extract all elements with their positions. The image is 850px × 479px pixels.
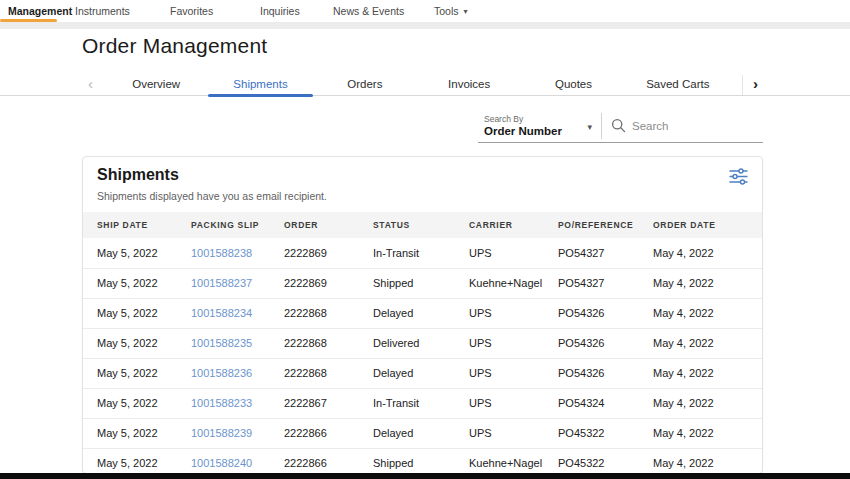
status-cell: In-Transit: [359, 238, 455, 268]
packing-slip-cell: 1001588240: [177, 448, 270, 474]
order-cell: 2222866: [270, 448, 359, 474]
order-cell: 2222869: [270, 238, 359, 268]
tabs-list: Overview Shipments Orders Invoices Quote…: [104, 74, 730, 96]
order-date-cell: May 4, 2022: [639, 388, 762, 418]
order-date-cell: May 4, 2022: [639, 418, 762, 448]
ship-date-cell: May 5, 2022: [83, 388, 177, 418]
ship-date-cell: May 5, 2022: [83, 268, 177, 298]
search-bar: Search By Order Number ▾: [478, 109, 763, 143]
po-reference-cell: PO54327: [544, 268, 639, 298]
packing-slip-link[interactable]: 1001588238: [191, 247, 252, 259]
top-navigation: Management Instruments Favorites Inquiri…: [0, 0, 850, 22]
order-cell: 2222868: [270, 328, 359, 358]
order-cell: 2222868: [270, 358, 359, 388]
tab-shipments[interactable]: Shipments: [208, 74, 312, 96]
packing-slip-cell: 1001588238: [177, 238, 270, 268]
bottom-screen-edge-bar: [0, 473, 850, 479]
page-title: Order Management: [82, 34, 267, 58]
section-title: Shipments: [97, 166, 179, 184]
shipments-card: Shipments Shipments displayed have you a…: [82, 156, 763, 474]
nav-item-instruments[interactable]: Instruments: [75, 0, 130, 22]
table-row: May 5, 2022 1001588237 2222869 Shipped K…: [83, 268, 762, 298]
order-cell: 2222869: [270, 268, 359, 298]
table-row: May 5, 2022 1001588239 2222866 Delayed U…: [83, 418, 762, 448]
status-cell: Shipped: [359, 268, 455, 298]
ship-date-cell: May 5, 2022: [83, 358, 177, 388]
order-date-cell: May 4, 2022: [639, 268, 762, 298]
packing-slip-cell: 1001588233: [177, 388, 270, 418]
ship-date-cell: May 5, 2022: [83, 448, 177, 474]
tab-saved-carts[interactable]: Saved Carts: [626, 74, 730, 96]
packing-slip-link[interactable]: 1001588234: [191, 307, 252, 319]
nav-item-inquiries[interactable]: Inquiries: [260, 0, 300, 22]
order-cell: 2222868: [270, 298, 359, 328]
tab-overview[interactable]: Overview: [104, 74, 208, 96]
header-packing-slip: PACKING SLIP: [177, 212, 270, 238]
header-carrier: CARRIER: [455, 212, 544, 238]
nav-item-tools[interactable]: Tools▾: [434, 0, 468, 22]
search-by-selected-value: Order Number: [484, 125, 601, 137]
table-body: May 5, 2022 1001588238 2222869 In-Transi…: [83, 238, 762, 474]
filter-sliders-icon: [729, 168, 748, 185]
header-po-reference: PO/REFERENCE: [544, 212, 639, 238]
search-box: [602, 118, 763, 133]
packing-slip-link[interactable]: 1001588233: [191, 397, 252, 409]
packing-slip-link[interactable]: 1001588236: [191, 367, 252, 379]
caret-down-icon: ▾: [464, 7, 468, 16]
filter-button[interactable]: [729, 168, 749, 186]
carrier-cell: UPS: [455, 388, 544, 418]
tab-invoices[interactable]: Invoices: [417, 74, 521, 96]
packing-slip-link[interactable]: 1001588235: [191, 337, 252, 349]
carrier-cell: UPS: [455, 238, 544, 268]
order-date-cell: May 4, 2022: [639, 328, 762, 358]
po-reference-cell: PO54326: [544, 298, 639, 328]
po-reference-cell: PO54324: [544, 388, 639, 418]
carrier-cell: UPS: [455, 328, 544, 358]
shipments-card-header: Shipments Shipments displayed have you a…: [83, 157, 762, 212]
header-status: STATUS: [359, 212, 455, 238]
order-date-cell: May 4, 2022: [639, 298, 762, 328]
tab-quotes[interactable]: Quotes: [521, 74, 625, 96]
po-reference-cell: PO54326: [544, 358, 639, 388]
header-order: ORDER: [270, 212, 359, 238]
carrier-cell: Kuehne+Nagel: [455, 448, 544, 474]
packing-slip-link[interactable]: 1001588237: [191, 277, 252, 289]
search-by-dropdown[interactable]: Search By Order Number ▾: [478, 114, 601, 137]
nav-item-news-events[interactable]: News & Events: [333, 0, 404, 22]
chevron-right-icon[interactable]: ›: [742, 75, 758, 95]
carrier-cell: UPS: [455, 298, 544, 328]
po-reference-cell: PO54327: [544, 238, 639, 268]
order-date-cell: May 4, 2022: [639, 358, 762, 388]
nav-item-favorites[interactable]: Favorites: [170, 0, 213, 22]
po-reference-cell: PO45322: [544, 418, 639, 448]
header-ship-date: SHIP DATE: [83, 212, 177, 238]
search-input[interactable]: [632, 120, 762, 132]
ship-date-cell: May 5, 2022: [83, 418, 177, 448]
po-reference-cell: PO45322: [544, 448, 639, 474]
order-cell: 2222867: [270, 388, 359, 418]
carrier-cell: UPS: [455, 418, 544, 448]
packing-slip-cell: 1001588239: [177, 418, 270, 448]
packing-slip-cell: 1001588237: [177, 268, 270, 298]
header-order-date: ORDER DATE: [639, 212, 762, 238]
table-header-row: SHIP DATE PACKING SLIP ORDER STATUS CARR…: [83, 212, 762, 238]
status-cell: Delayed: [359, 418, 455, 448]
table-row: May 5, 2022 1001588236 2222868 Delayed U…: [83, 358, 762, 388]
search-icon: [611, 118, 626, 133]
packing-slip-link[interactable]: 1001588239: [191, 427, 252, 439]
packing-slip-cell: 1001588235: [177, 328, 270, 358]
status-cell: Delayed: [359, 358, 455, 388]
status-cell: Delayed: [359, 298, 455, 328]
table-row: May 5, 2022 1001588238 2222869 In-Transi…: [83, 238, 762, 268]
nav-divider-band: [0, 22, 850, 29]
shipments-table: SHIP DATE PACKING SLIP ORDER STATUS CARR…: [83, 212, 762, 474]
chevron-left-icon[interactable]: ‹: [84, 74, 97, 96]
status-cell: Shipped: [359, 448, 455, 474]
caret-down-icon: ▾: [587, 122, 592, 132]
po-reference-cell: PO54326: [544, 328, 639, 358]
tab-orders[interactable]: Orders: [313, 74, 417, 96]
table-row: May 5, 2022 1001588240 2222866 Shipped K…: [83, 448, 762, 474]
ship-date-cell: May 5, 2022: [83, 298, 177, 328]
packing-slip-link[interactable]: 1001588240: [191, 457, 252, 469]
order-cell: 2222866: [270, 418, 359, 448]
